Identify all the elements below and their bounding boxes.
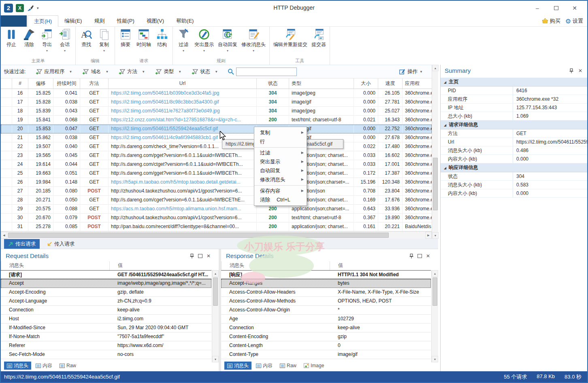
response-tab-image[interactable]: Image xyxy=(301,362,327,370)
scrollbar-thumb[interactable] xyxy=(432,277,437,306)
summary-row[interactable]: IP 地址125.77.154.35:443 xyxy=(441,104,587,112)
scroll-down-icon[interactable]: ▼ xyxy=(212,356,219,362)
session-button[interactable]: 会话▾ xyxy=(56,27,74,54)
menu-tab[interactable]: 编辑(E) xyxy=(58,15,88,27)
scroll-left-icon[interactable]: ◀ xyxy=(1,232,7,239)
modify-headers-button[interactable]: 修改消息头▾ xyxy=(239,27,268,54)
header-row[interactable]: Age 102729 xyxy=(221,315,431,324)
menu-tab[interactable]: 主页(H) xyxy=(28,15,58,27)
grid-horizontal-scrollbar[interactable]: ◀ ▶ xyxy=(1,231,432,239)
summary-group-request[interactable]: ◢请求详细信息 xyxy=(441,121,587,129)
scroll-up-icon[interactable]: ▲ xyxy=(432,65,439,71)
quick-search-input[interactable] xyxy=(236,68,297,76)
header-row[interactable]: If-Modified-Since Sun, 29 Mar 2020 09:04… xyxy=(1,324,211,332)
summary-group-response[interactable]: ◢响应详细信息 xyxy=(441,163,587,172)
header-row[interactable]: Referer https://www.x6d.com/ xyxy=(1,341,211,350)
header-row[interactable]: Access-Control-Allow-Origin * xyxy=(221,306,431,315)
clear-button[interactable]: 清除▾ xyxy=(20,27,38,54)
header-row[interactable]: Accept-Encoding gzip, deflate xyxy=(1,288,211,297)
context-menu-item[interactable]: 自动回复 ▶ xyxy=(254,166,307,175)
timeline-button[interactable]: 时间轴▾ xyxy=(134,27,153,54)
pin-icon[interactable] xyxy=(569,68,573,74)
stop-button[interactable]: 停止▾ xyxy=(2,27,20,54)
scroll-up-icon[interactable]: ▲ xyxy=(212,270,219,277)
maximize-button[interactable] xyxy=(547,2,565,14)
pin-icon[interactable] xyxy=(190,254,194,259)
structure-button[interactable]: 结构▾ xyxy=(153,27,171,54)
header-row[interactable]: Connection keep-alive xyxy=(1,306,211,315)
column-header-app[interactable]: 应用程 xyxy=(403,78,432,89)
column-header-size[interactable]: 大小 xyxy=(354,78,378,89)
tab-incoming-requests[interactable]: 传入请求 xyxy=(43,239,79,249)
minimize-button[interactable]: – xyxy=(528,2,547,14)
find-button[interactable]: A 查找▾ xyxy=(77,27,95,54)
maximize-panel-icon[interactable] xyxy=(418,254,422,258)
highlight-button[interactable]: 突出显示▾ xyxy=(192,27,216,54)
column-header-url[interactable]: Url xyxy=(109,78,257,89)
request-row[interactable]: 19 15.841 0.068 GET https://z12.cnzz.com… xyxy=(1,116,432,125)
pin-icon[interactable] xyxy=(409,254,413,259)
request-row[interactable]: 18 15.839 0.043 GET https://i2.tiimg.com… xyxy=(1,107,432,116)
grid-vertical-scrollbar[interactable]: ▲ ▼ xyxy=(432,65,438,239)
summary-row[interactable]: Urlhttps://i2.tiimg.com/504611/55259424e… xyxy=(441,138,587,146)
header-row[interactable]: Host i2.tiimg.com xyxy=(1,315,211,324)
header-row[interactable]: Connection keep-alive xyxy=(221,324,431,332)
scroll-down-icon[interactable]: ▼ xyxy=(432,356,438,362)
request-row[interactable]: 29 20.575 0.088 GET https://acs.m.taobao… xyxy=(1,205,432,214)
context-menu-item[interactable]: 清除Ctrl+L ▶ xyxy=(254,195,307,204)
column-header-speed[interactable]: 速度 xyxy=(378,78,403,89)
response-tab-headers[interactable]: 消息头 xyxy=(224,362,251,370)
header-row[interactable]: Access-Control-Allow-Methods OPTIONS, HE… xyxy=(221,297,431,306)
scroll-right-icon[interactable]: ▶ xyxy=(425,232,432,239)
request-row[interactable]: 26 19.984 0.148 GET https://h5api.m.taob… xyxy=(1,178,432,187)
response-details-scrollbar[interactable]: ▲ ▼ xyxy=(431,270,438,362)
header-row[interactable]: Sec-Fetch-Mode no-cors xyxy=(1,350,211,359)
quick-filter-chip[interactable]: 应用程序 ▼ xyxy=(36,68,72,75)
request-row[interactable]: 28 20.271 0.050 GET http://s.dareng.com/… xyxy=(1,196,432,205)
summary-row[interactable]: 应用程序360chrome.exe *32 xyxy=(441,95,587,104)
menu-tab[interactable]: 帮助(E) xyxy=(170,15,200,27)
header-row[interactable]: Content-Encoding gzip xyxy=(221,332,431,341)
summary-group-main[interactable]: ◢主页 xyxy=(441,78,587,87)
context-menu-item[interactable]: 保存内容 ▶ xyxy=(254,185,307,195)
close-panel-icon[interactable]: ✕ xyxy=(578,68,582,74)
summary-row[interactable]: 内容大小 (kb)0.000 xyxy=(441,189,587,198)
settings-button[interactable]: ⚙ 设置 xyxy=(565,17,583,25)
column-header-method[interactable]: 方法 xyxy=(80,78,109,89)
request-row[interactable]: 25 19.663 0.051 GET http://s.dareng.com/… xyxy=(1,169,432,178)
header-row[interactable]: If-None-Match "7507-5a1fa9feecddf" xyxy=(1,332,211,341)
response-tab-content[interactable]: 内容 xyxy=(253,362,275,370)
request-row[interactable]: 23 19.565 0.045 GET http://s.dareng.com/… xyxy=(1,151,432,160)
summary-row[interactable]: 消息头大小 (kb)0.486 xyxy=(441,146,587,155)
request-row[interactable]: 17 15.828 0.038 GET https://i2.tiimg.com… xyxy=(1,98,432,107)
request-row[interactable]: 22 19.507 0.040 GET http://s.dareng.com/… xyxy=(1,142,432,151)
close-button[interactable]: ✕ xyxy=(565,2,584,14)
column-header-offset[interactable]: 偏移 xyxy=(28,78,53,89)
menu-tab[interactable]: 规则 xyxy=(88,15,111,27)
quick-filter-chip[interactable]: 状态 ▼ xyxy=(192,68,218,75)
scrollbar-thumb[interactable] xyxy=(433,158,438,210)
scroll-down-icon[interactable]: ▼ xyxy=(432,232,439,239)
summary-row[interactable]: 消息头大小 (kb)0.583 xyxy=(441,181,587,189)
column-header-status[interactable]: 状态 xyxy=(257,78,289,89)
export-button[interactable]: 导出▾ xyxy=(38,27,56,54)
header-row[interactable]: [请求] GET /504611/55259424eaa5c5cf.gif HT… xyxy=(1,270,211,279)
summary-button[interactable]: 摘要▾ xyxy=(117,27,134,54)
header-row[interactable]: Content-Type image/gif xyxy=(221,350,431,359)
summary-row[interactable]: PID6416 xyxy=(441,87,587,95)
file-menu-button[interactable] xyxy=(1,15,27,27)
autoreply-button[interactable]: 自动回复▾ xyxy=(216,27,239,54)
context-menu-item[interactable]: 修改消息头 ▶ xyxy=(254,175,307,184)
context-menu-item[interactable]: 突出显示 ▶ xyxy=(254,157,307,166)
summary-row[interactable]: 方法GET xyxy=(441,129,587,138)
close-panel-icon[interactable]: ✕ xyxy=(207,253,211,259)
edit-resubmit-button[interactable]: 编辑并重新提交▾ xyxy=(271,27,309,54)
header-row[interactable]: Content-Length 0 xyxy=(221,341,431,350)
maximize-panel-icon[interactable] xyxy=(198,254,202,258)
close-panel-icon[interactable]: ✕ xyxy=(426,253,430,259)
request-row[interactable]: 30 20.670 0.079 POST http://zhushou4.tao… xyxy=(1,214,432,222)
header-row[interactable]: Accept image/webp,image/apng,image/*,*/*… xyxy=(1,279,211,288)
column-header-type[interactable]: 类型 xyxy=(289,78,354,89)
header-row[interactable]: [响应] HTTP/1.1 304 Not Modified xyxy=(221,270,431,279)
tab-outgoing-requests[interactable]: 传出请求 xyxy=(4,239,40,249)
